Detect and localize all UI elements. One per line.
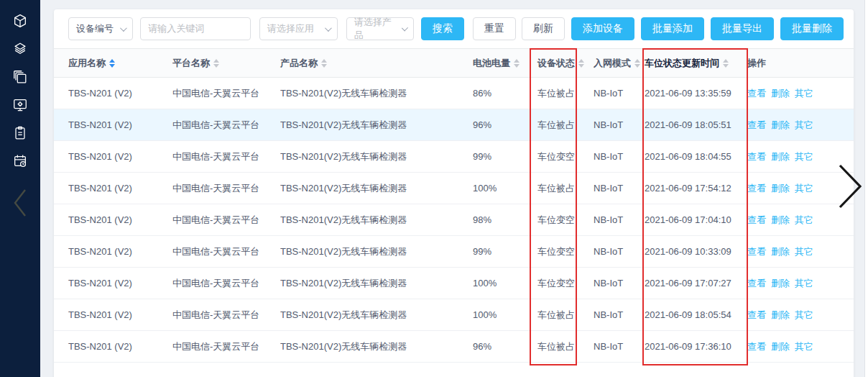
action-delete-link[interactable]: 删除: [771, 88, 790, 99]
keyword-placeholder: 请输入关键词: [148, 22, 204, 35]
action-other-link[interactable]: 其它: [795, 119, 813, 130]
sort-asc-icon: [723, 59, 729, 63]
cell-product: TBS-N201(V2)无线车辆检测器: [280, 214, 473, 227]
search-field-value: 设备编号: [76, 22, 114, 35]
action-delete-link[interactable]: 删除: [771, 119, 790, 130]
action-delete-link[interactable]: 删除: [771, 151, 790, 162]
cell-action: 查看删除其它: [747, 245, 854, 258]
cell-product: TBS-N201(V2)无线车辆检测器: [280, 245, 473, 258]
action-view-link[interactable]: 查看: [747, 214, 766, 225]
col-header-label: 电池电量: [473, 57, 510, 70]
table-row[interactable]: TBS-N201 (V2)中国电信-天翼云平台TBS-N201(V2)无线车辆检…: [54, 268, 854, 299]
next-arrow-icon[interactable]: [836, 163, 864, 212]
cell-mode: NB-IoT: [594, 278, 645, 289]
cell-product: TBS-N201(V2)无线车辆检测器: [280, 340, 473, 353]
table-row[interactable]: TBS-N201 (V2)中国电信-天翼云平台TBS-N201(V2)无线车辆检…: [54, 173, 854, 204]
action-delete-link[interactable]: 删除: [771, 214, 790, 225]
cell-battery: 100%: [473, 278, 537, 289]
scrollbar-track[interactable]: [864, 0, 868, 377]
action-other-link[interactable]: 其它: [795, 309, 813, 320]
cell-mode: NB-IoT: [594, 246, 645, 257]
action-other-link[interactable]: 其它: [795, 183, 813, 194]
table-row[interactable]: TBS-N201 (V2)中国电信-天翼云平台TBS-N201(V2)无线车辆检…: [54, 331, 854, 363]
collapse-chevron-icon[interactable]: [8, 186, 32, 220]
sort-asc-icon: [321, 59, 327, 63]
table-row[interactable]: TBS-N201 (V2)中国电信-天翼云平台TBS-N201(V2)无线车辆检…: [54, 236, 854, 268]
col-header-app[interactable]: 应用名称: [54, 57, 172, 70]
sort-caret-icon[interactable]: [514, 59, 520, 68]
sort-desc-icon: [578, 64, 584, 68]
cell-status: 车位被占: [537, 87, 594, 100]
table-row[interactable]: TBS-N201 (V2)中国电信-天翼云平台TBS-N201(V2)无线车辆检…: [54, 141, 854, 173]
clipboard-icon[interactable]: [12, 125, 28, 141]
chevron-down-icon: [120, 24, 127, 32]
cell-product: TBS-N201(V2)无线车辆检测器: [280, 87, 473, 100]
cell-battery: 100%: [473, 183, 537, 194]
col-header-mode[interactable]: 入网模式: [594, 57, 645, 70]
action-delete-link[interactable]: 删除: [771, 309, 790, 320]
action-view-link[interactable]: 查看: [747, 88, 766, 99]
monitor-settings-icon[interactable]: [12, 97, 28, 113]
table-row[interactable]: TBS-N201 (V2)中国电信-天翼云平台TBS-N201(V2)无线车辆检…: [54, 78, 854, 109]
batch-delete-button[interactable]: 批量删除: [780, 17, 844, 40]
product-select[interactable]: 请选择产品: [346, 17, 414, 40]
col-header-platform[interactable]: 平台名称: [172, 57, 280, 70]
action-other-link[interactable]: 其它: [795, 88, 813, 99]
cell-battery: 86%: [473, 88, 537, 99]
batch-add-button[interactable]: 批量添加: [641, 17, 704, 40]
cell-time: 2021-06-09 17:07:27: [645, 278, 747, 289]
col-header-battery[interactable]: 电池电量: [473, 57, 537, 70]
search-button[interactable]: 搜索: [421, 17, 464, 40]
action-view-link[interactable]: 查看: [747, 309, 766, 320]
sort-caret-icon[interactable]: [213, 59, 219, 68]
refresh-button[interactable]: 刷新: [522, 17, 565, 40]
app-select[interactable]: 请选择应用: [259, 17, 338, 40]
search-field-select[interactable]: 设备编号: [68, 17, 133, 40]
action-other-link[interactable]: 其它: [795, 214, 813, 225]
cell-status: 车位被占: [537, 340, 594, 353]
action-view-link[interactable]: 查看: [747, 246, 766, 257]
cell-platform: 中国电信-天翼云平台: [172, 340, 280, 353]
action-delete-link[interactable]: 删除: [771, 341, 790, 352]
cell-mode: NB-IoT: [594, 214, 645, 225]
copies-icon[interactable]: [12, 69, 28, 85]
cell-mode: NB-IoT: [594, 309, 645, 320]
cube-icon[interactable]: [12, 13, 28, 29]
batch-export-button[interactable]: 批量导出: [711, 17, 774, 40]
col-header-label: 设备状态: [537, 57, 575, 70]
action-view-link[interactable]: 查看: [747, 151, 766, 162]
cell-status: 车位变空: [537, 214, 594, 227]
chevron-down-icon: [402, 24, 408, 31]
action-delete-link[interactable]: 删除: [771, 246, 790, 257]
cell-platform: 中国电信-天翼云平台: [172, 150, 280, 163]
add-device-button[interactable]: 添加设备: [571, 17, 634, 40]
sort-caret-icon[interactable]: [321, 59, 327, 68]
action-view-link[interactable]: 查看: [747, 278, 766, 289]
cell-time: 2021-06-09 17:36:10: [645, 341, 747, 352]
col-header-product[interactable]: 产品名称: [280, 57, 473, 70]
cell-time: 2021-06-09 18:04:55: [645, 151, 747, 162]
action-delete-link[interactable]: 删除: [771, 183, 790, 194]
action-view-link[interactable]: 查看: [747, 341, 766, 352]
sort-caret-icon[interactable]: [578, 59, 584, 68]
action-view-link[interactable]: 查看: [747, 183, 766, 194]
action-other-link[interactable]: 其它: [795, 341, 813, 352]
layers-icon[interactable]: [12, 41, 28, 57]
table-row[interactable]: TBS-N201 (V2)中国电信-天翼云平台TBS-N201(V2)无线车辆检…: [54, 204, 854, 236]
sort-caret-icon[interactable]: [723, 59, 729, 68]
col-header-time[interactable]: 车位状态更新时间: [645, 57, 747, 70]
col-header-status[interactable]: 设备状态: [537, 57, 594, 70]
sort-caret-icon[interactable]: [634, 59, 640, 68]
cell-time: 2021-06-09 18:05:54: [645, 309, 747, 320]
action-delete-link[interactable]: 删除: [771, 278, 790, 289]
action-other-link[interactable]: 其它: [795, 151, 813, 162]
calendar-clock-icon[interactable]: [12, 153, 28, 169]
sort-caret-icon[interactable]: [109, 59, 115, 68]
keyword-input[interactable]: 请输入关键词: [140, 17, 250, 40]
table-row[interactable]: TBS-N201 (V2)中国电信-天翼云平台TBS-N201(V2)无线车辆检…: [54, 299, 854, 331]
table-row[interactable]: TBS-N201 (V2)中国电信-天翼云平台TBS-N201(V2)无线车辆检…: [54, 109, 854, 141]
reset-button[interactable]: 重置: [473, 17, 516, 40]
action-view-link[interactable]: 查看: [747, 119, 766, 130]
action-other-link[interactable]: 其它: [795, 278, 813, 289]
action-other-link[interactable]: 其它: [795, 246, 813, 257]
